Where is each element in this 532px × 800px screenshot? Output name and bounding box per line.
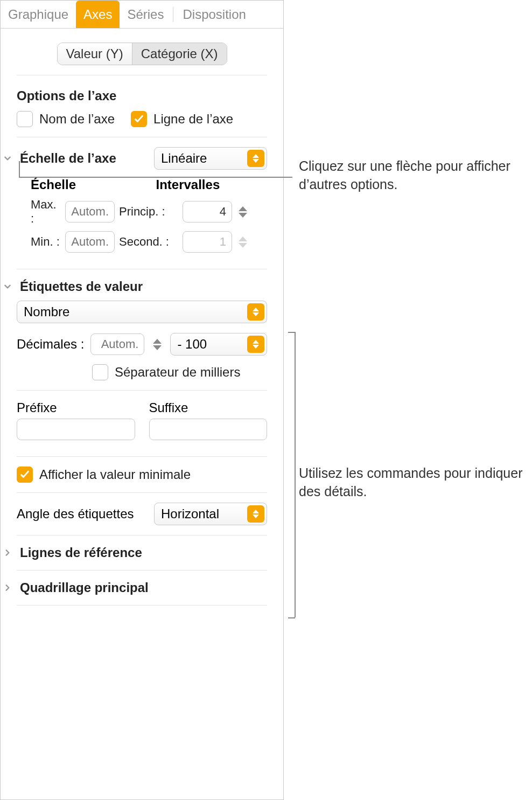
scale-min-input[interactable] xyxy=(65,231,115,253)
negative-format-value: - 100 xyxy=(177,337,207,352)
select-handle-icon xyxy=(247,303,264,321)
select-handle-icon xyxy=(247,336,264,353)
interval-major-stepper[interactable] xyxy=(236,206,249,218)
interval-minor-label: Second. : xyxy=(119,235,178,249)
format-inspector-panel: Graphique Axes Séries Disposition Valeur… xyxy=(0,0,284,800)
negative-format-select[interactable]: - 100 xyxy=(170,333,267,356)
callout-top-text: Cliquez sur une flèche pour afficher d’a… xyxy=(299,157,532,194)
checkbox-thousands[interactable] xyxy=(92,364,108,380)
axis-scale-type-select[interactable]: Linéaire xyxy=(154,147,267,170)
suffix-label: Suffixe xyxy=(149,400,268,415)
callout-leader-line xyxy=(19,177,292,178)
intervals-heading: Intervalles xyxy=(142,177,268,192)
axis-segmented-control: Valeur (Y) Catégorie (X) xyxy=(1,43,283,65)
prefix-input[interactable] xyxy=(17,419,135,440)
disclosure-value-labels[interactable] xyxy=(3,282,12,291)
scale-min-label: Min. : xyxy=(17,235,61,249)
scale-heading: Échelle xyxy=(17,177,142,192)
axis-options-title: Options de l’axe xyxy=(17,88,267,103)
tab-disposition[interactable]: Disposition xyxy=(175,1,253,28)
segment-category-x[interactable]: Catégorie (X) xyxy=(132,43,227,65)
value-format-value: Nombre xyxy=(24,304,69,319)
tab-graphique[interactable]: Graphique xyxy=(1,1,76,28)
axis-name-label: Nom de l’axe xyxy=(39,112,115,127)
label-angle-label: Angle des étiquettes xyxy=(17,506,148,521)
inspector-tabbar: Graphique Axes Séries Disposition xyxy=(1,1,283,29)
disclosure-reference-lines[interactable] xyxy=(3,548,12,558)
callout-leader-line xyxy=(19,161,20,177)
tab-divider xyxy=(173,7,173,22)
decimals-label: Décimales : xyxy=(17,337,84,352)
axis-line-label: Ligne de l’axe xyxy=(153,112,233,127)
checkbox-show-min[interactable] xyxy=(17,467,33,483)
callout-bottom-text: Utilisez les commandes pour indiquer des… xyxy=(299,464,532,501)
callout-leader-line xyxy=(288,617,295,618)
decimals-input[interactable] xyxy=(90,333,144,355)
scale-max-input[interactable] xyxy=(65,201,115,222)
checkbox-axis-line[interactable] xyxy=(131,111,147,127)
select-handle-icon xyxy=(247,150,264,167)
axis-scale-type-value: Linéaire xyxy=(161,151,207,166)
callout-leader-line xyxy=(288,332,295,333)
disclosure-axis-scale[interactable] xyxy=(3,154,12,163)
interval-major-label: Princip. : xyxy=(119,205,178,219)
prefix-label: Préfixe xyxy=(17,400,135,415)
select-handle-icon xyxy=(247,505,264,523)
tab-series[interactable]: Séries xyxy=(120,1,171,28)
value-labels-title: Étiquettes de valeur xyxy=(20,279,143,294)
callout-leader-line xyxy=(295,332,296,617)
label-angle-select[interactable]: Horizontal xyxy=(154,503,267,525)
interval-minor-input[interactable] xyxy=(183,231,232,253)
suffix-input[interactable] xyxy=(149,419,268,440)
axis-scale-title: Échelle de l’axe xyxy=(20,151,116,166)
disclosure-major-grid[interactable] xyxy=(3,583,12,593)
major-grid-title: Quadrillage principal xyxy=(20,580,149,595)
decimals-stepper[interactable] xyxy=(151,339,164,350)
reference-lines-title: Lignes de référence xyxy=(20,545,142,560)
show-min-label: Afficher la valeur minimale xyxy=(39,467,191,482)
scale-max-label: Max. : xyxy=(17,198,61,226)
tab-axes[interactable]: Axes xyxy=(76,1,120,28)
checkbox-axis-name[interactable] xyxy=(17,111,33,127)
thousands-label: Séparateur de milliers xyxy=(115,365,240,380)
segment-value-y[interactable]: Valeur (Y) xyxy=(58,43,132,65)
interval-minor-stepper[interactable] xyxy=(236,236,249,248)
value-format-select[interactable]: Nombre xyxy=(17,301,267,323)
interval-major-input[interactable] xyxy=(183,201,232,222)
label-angle-value: Horizontal xyxy=(161,506,219,521)
